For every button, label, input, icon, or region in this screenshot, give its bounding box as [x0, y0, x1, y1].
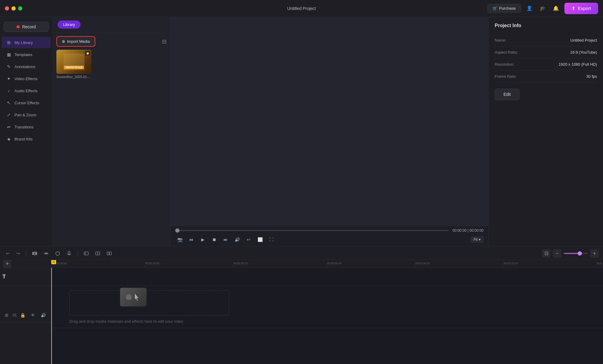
svg-rect-12	[107, 252, 109, 255]
sidebar-item-pan-zoom[interactable]: ⤢ Pan & Zoom	[2, 109, 51, 121]
drag-thumbnail-inner	[120, 288, 147, 306]
time-total: 00:00:00	[469, 228, 484, 233]
play-button[interactable]: ▶	[198, 235, 207, 244]
info-label-framerate: Frame Rate:	[495, 74, 516, 79]
fullscreen-button[interactable]: ⛶	[267, 235, 276, 244]
notification-button[interactable]: 🔔	[551, 4, 561, 13]
library-header: Library	[53, 17, 170, 33]
crop-button[interactable]: ⬜	[255, 235, 265, 244]
fit-controls: Fit ▾	[471, 236, 484, 243]
svg-rect-0	[32, 252, 34, 255]
library-toolbar: ⊕ Import Media ⊟	[56, 36, 167, 47]
track-left-panel: + T ⊞ 01 🔒 👁 🔊	[0, 260, 51, 364]
redo-button[interactable]: ↪	[14, 250, 22, 257]
audio-effects-icon: ♪	[6, 88, 11, 93]
fit-chevron-icon: ▾	[479, 237, 481, 242]
zoom-controls: ⊡ − +	[542, 249, 599, 258]
drag-icon-2	[134, 293, 141, 301]
volume-button[interactable]: 🔊	[233, 235, 242, 244]
titlebar: Untitled Project 🛒 Purchase 👤 🎓 🔔 ⬆ Expo…	[0, 0, 603, 17]
track-lock-button[interactable]: 🔒	[18, 311, 27, 319]
clip-type-3-button[interactable]	[105, 250, 113, 257]
media-item[interactable]: SWITCH TO LLE ▣ ScreenRec_2025-01-16 12-…	[56, 50, 91, 79]
shield-button[interactable]	[53, 250, 62, 257]
drag-thumbnail	[120, 288, 147, 306]
export-label: Export	[578, 6, 591, 11]
minimize-button[interactable]	[11, 6, 16, 11]
sidebar-item-video-effects[interactable]: ✦ Video Effects	[2, 73, 51, 84]
time-display: 00:00:00 | 00:00:00	[452, 228, 484, 233]
close-button[interactable]	[5, 6, 9, 11]
media-type-badge: ▣	[85, 51, 90, 55]
add-track-button[interactable]: +	[3, 260, 11, 268]
clip-type-1-button[interactable]	[82, 250, 90, 257]
svg-rect-1	[35, 252, 37, 255]
sidebar-item-templates[interactable]: ▦ Templates	[2, 49, 51, 60]
sidebar-item-brand-kits[interactable]: ◈ Brand Kits	[2, 133, 51, 145]
edit-button[interactable]: Edit	[495, 89, 519, 100]
undo-button[interactable]: ↩	[4, 250, 11, 257]
media-grid: SWITCH TO LLE ▣ ScreenRec_2025-01-16 12-…	[56, 50, 167, 79]
cursor-effects-icon: ↖	[6, 100, 11, 105]
zoom-slider[interactable]	[564, 253, 588, 254]
app-title: Untitled Project	[287, 6, 316, 11]
next-frame-button[interactable]: ⏭	[221, 235, 230, 244]
progress-handle[interactable]	[175, 228, 179, 233]
track-audio-button[interactable]: 🔊	[39, 311, 47, 319]
fit-button[interactable]: Fit ▾	[471, 236, 484, 243]
track-body-row-drop[interactable]: Drag and drop media materials and effect…	[51, 286, 603, 328]
prev-frame-button[interactable]: ⏮	[187, 235, 196, 244]
loop-button[interactable]: ↩	[244, 235, 253, 244]
sidebar-item-label: Cursor Effects	[14, 101, 39, 105]
account-button[interactable]: 👤	[525, 4, 534, 13]
preview-controls: 00:00:00 | 00:00:00 📷 ⏮ ▶ ⏹ ⏭ 🔊 ↩ ⬜	[170, 226, 488, 246]
purchase-button[interactable]: 🛒 Purchase	[487, 4, 521, 13]
sidebar-item-audio-effects[interactable]: ♪ Audio Effects	[2, 85, 51, 96]
window-controls	[5, 6, 22, 11]
sidebar-item-my-library[interactable]: ⊞ My Library	[2, 37, 51, 48]
svg-rect-8	[84, 252, 88, 255]
content-area: Library ⊕ Import Media ⊟	[53, 17, 603, 246]
mic-button[interactable]	[65, 250, 73, 257]
filter-button[interactable]: ⊟	[162, 38, 167, 45]
progress-bar[interactable]	[175, 230, 449, 231]
track-eye-button[interactable]: 👁	[29, 311, 37, 319]
drop-zone	[69, 290, 229, 315]
screenshot-button[interactable]: 📷	[175, 235, 184, 244]
sidebar-item-label: Brand Kits	[14, 137, 33, 141]
bottom-track-icons: ⊞ 01 🔒 👁 🔊	[2, 311, 49, 319]
info-value-name: Untitled Project	[570, 38, 597, 42]
info-row-name: Name: Untitled Project	[495, 34, 597, 46]
track-grid-button[interactable]: ⊞	[2, 311, 11, 319]
zoom-in-button[interactable]: +	[590, 249, 599, 258]
drag-icon-1	[126, 294, 132, 300]
import-media-button[interactable]: ⊕ Import Media	[56, 36, 95, 47]
info-label-resolution: Resolution:	[495, 62, 514, 67]
purchase-icon: 🛒	[493, 6, 497, 11]
track-body-row-text	[51, 268, 603, 286]
library-panel: Library ⊕ Import Media ⊟	[53, 17, 170, 246]
record-button[interactable]: Record	[4, 22, 49, 32]
info-value-aspect: 16:9 (YouTube)	[570, 50, 597, 55]
zoom-handle[interactable]	[578, 251, 582, 256]
fit-frame-button[interactable]: ⊡	[542, 249, 551, 258]
text-track-icon: T	[2, 274, 6, 280]
zoom-out-button[interactable]: −	[553, 249, 561, 258]
sidebar-item-transitions[interactable]: ⇌ Transitions	[2, 121, 51, 133]
toolbar-divider-1	[26, 250, 26, 256]
account-icon: 👤	[526, 5, 532, 11]
clip-type-2-button[interactable]	[94, 250, 102, 257]
sidebar-item-cursor-effects[interactable]: ↖ Cursor Effects	[2, 97, 51, 108]
info-label-name: Name:	[495, 38, 506, 42]
stop-button[interactable]: ⏹	[210, 235, 219, 244]
record-btn-container: Record	[0, 19, 52, 34]
help-button[interactable]: 🎓	[538, 4, 547, 13]
split-button[interactable]	[30, 250, 39, 257]
maximize-button[interactable]	[18, 6, 22, 11]
sidebar-item-annotations[interactable]: ✎ Annotations	[2, 61, 51, 72]
export-button[interactable]: ⬆ Export	[564, 3, 598, 14]
library-icon: ⊞	[6, 40, 11, 45]
trim-button[interactable]	[42, 250, 50, 257]
library-tab[interactable]: Library	[58, 20, 81, 29]
track-number: 01	[13, 313, 17, 317]
